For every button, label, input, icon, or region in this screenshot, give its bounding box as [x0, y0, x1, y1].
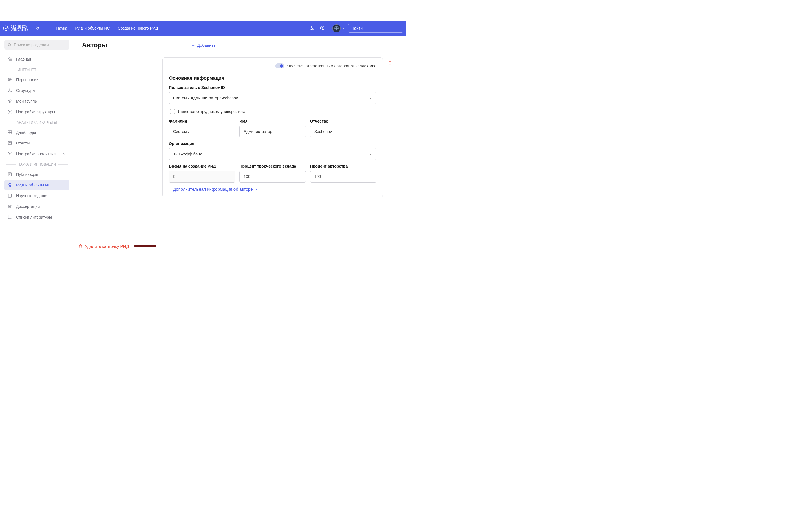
nav-label: РИД и объекты ИС — [16, 183, 51, 187]
svg-point-37 — [9, 183, 11, 186]
delete-author-button[interactable] — [388, 61, 392, 65]
home-icon — [8, 57, 12, 61]
gear-icon — [8, 152, 12, 156]
lastname-input[interactable] — [169, 126, 235, 137]
svg-rect-38 — [8, 194, 11, 198]
svg-marker-48 — [133, 244, 156, 247]
header-search[interactable] — [348, 24, 403, 33]
nav-personalii[interactable]: Персоналии — [4, 74, 69, 85]
plus-icon — [191, 43, 195, 47]
user-label: Пользователь с Sechenov ID — [169, 86, 376, 90]
page-title: Авторы — [82, 41, 107, 49]
nav-label: Списки литературы — [16, 215, 52, 219]
header-search-input[interactable] — [351, 26, 401, 31]
reports-icon — [8, 141, 12, 145]
contrib-input[interactable] — [239, 171, 306, 182]
pin-button[interactable] — [36, 26, 40, 30]
nav-label: Диссертации — [16, 204, 40, 209]
nav-dashbordy[interactable]: Дашборды — [4, 127, 69, 138]
dashboard-icon — [8, 130, 12, 135]
trash-icon — [79, 244, 83, 248]
sidebar-search-input[interactable] — [14, 43, 66, 47]
nav-otchety[interactable]: Отчеты — [4, 138, 69, 149]
nav-struktura[interactable]: Структура — [4, 85, 69, 96]
nav-section-nauka: НАУКА И ИННОВАЦИИ — [4, 159, 69, 169]
award-icon — [8, 183, 12, 187]
annotation-arrow — [133, 244, 156, 248]
svg-point-19 — [10, 89, 10, 90]
nav-label: Структура — [16, 88, 35, 93]
nav-label: Отчеты — [16, 141, 30, 145]
svg-point-7 — [311, 29, 312, 30]
settings-icon[interactable] — [309, 25, 315, 32]
svg-rect-28 — [8, 133, 10, 134]
svg-point-20 — [8, 91, 9, 92]
nav-publikatsii[interactable]: Публикации — [4, 169, 69, 180]
nav-spiski-literatury[interactable]: Списки литературы — [4, 212, 69, 223]
nav-nastroiki-struktury[interactable]: Настройки структуры — [4, 107, 69, 117]
delete-card-button[interactable]: Удалить карточку РИД — [79, 244, 129, 249]
chevron-right-icon — [113, 27, 115, 29]
nav-section-intranet: ИНТРАНЕТ — [4, 64, 69, 74]
patronymic-input[interactable] — [310, 126, 376, 137]
svg-point-44 — [8, 217, 8, 217]
svg-rect-27 — [10, 131, 11, 132]
responsible-author-toggle[interactable] — [275, 63, 284, 68]
add-button[interactable]: Добавить — [191, 43, 216, 48]
authorship-label: Процент авторства — [310, 164, 376, 168]
authorship-input[interactable] — [310, 171, 376, 182]
breadcrumb: Наука РИД и объекты ИС Создание нового Р… — [56, 26, 158, 31]
breadcrumb-item-0[interactable]: Наука — [56, 26, 67, 31]
nav-label: Мои группы — [16, 99, 38, 103]
svg-point-33 — [9, 153, 10, 154]
svg-point-23 — [10, 100, 11, 101]
people-icon — [8, 77, 12, 82]
sidebar-search[interactable] — [4, 40, 69, 50]
svg-point-43 — [8, 216, 8, 216]
chevron-down-icon — [63, 152, 66, 156]
time-input[interactable] — [169, 171, 235, 182]
sidebar: Главная ИНТРАНЕТ Персоналии Структура Мо… — [0, 36, 73, 227]
nav-nastroiki-analitiki[interactable]: Настройки аналитики — [4, 149, 69, 159]
nav-home[interactable]: Главная — [4, 54, 69, 64]
nav-label: Публикации — [16, 172, 38, 177]
user-select[interactable]: Системы Администратор Sechenov — [169, 92, 376, 104]
nav-rid[interactable]: РИД и объекты ИС — [4, 180, 69, 190]
help-icon[interactable] — [319, 25, 326, 32]
nav-label: Дашборды — [16, 130, 36, 135]
structure-icon — [8, 88, 12, 93]
breadcrumb-item-2[interactable]: Создание нового РИД — [118, 26, 158, 31]
logo-icon — [3, 25, 9, 31]
avatar-dropdown[interactable] — [333, 24, 345, 33]
chevron-down-icon — [255, 187, 258, 191]
expand-info-button[interactable]: Дополнительная информация об авторе — [173, 187, 376, 191]
org-select[interactable]: Тинькофф банк — [169, 148, 376, 160]
contrib-label: Процент творческого вклада — [239, 164, 306, 168]
is-employee-checkbox[interactable] — [170, 109, 175, 114]
nav-nauchnye-izdaniya[interactable]: Научные издания — [4, 190, 69, 201]
lastname-label: Фамилия — [169, 119, 235, 123]
nav-label: Научные издания — [16, 193, 49, 198]
nav-section-analitika: АНАЛИТИКА И ОТЧЕТЫ — [4, 117, 69, 127]
svg-point-3 — [311, 27, 312, 27]
section-title: Основная информация — [169, 75, 376, 81]
svg-point-18 — [10, 78, 11, 80]
svg-point-21 — [11, 91, 11, 92]
trash-icon — [388, 61, 392, 65]
breadcrumb-item-1[interactable]: РИД и объекты ИС — [75, 26, 110, 31]
chevron-down-icon — [369, 153, 372, 156]
svg-rect-26 — [8, 131, 10, 132]
nav-label: Настройки аналитики — [16, 152, 56, 156]
nav-dissertatsii[interactable]: Диссертации — [4, 201, 69, 212]
header: SECHENOV UNIVERSITY Наука РИД и объекты … — [0, 20, 406, 36]
firstname-input[interactable] — [239, 126, 306, 137]
nav-label: Персоналии — [16, 77, 39, 82]
search-icon — [8, 43, 11, 47]
avatar — [333, 24, 341, 33]
logo[interactable]: SECHENOV UNIVERSITY — [3, 25, 29, 31]
chevron-down-icon — [342, 27, 345, 30]
time-label: Время на создание РИД — [169, 164, 235, 168]
toggle-label: Является ответственным автором от коллек… — [287, 64, 376, 68]
svg-point-17 — [8, 78, 10, 80]
nav-moi-gruppy[interactable]: Мои группы — [4, 96, 69, 107]
